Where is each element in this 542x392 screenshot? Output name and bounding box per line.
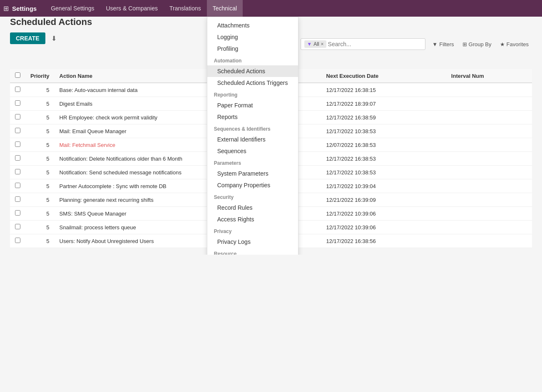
favorites-button[interactable]: ★ Favorites — [497, 40, 532, 49]
row-checkbox[interactable] — [15, 238, 20, 243]
cell-next-execution-date: 12/17/2022 10:39:06 — [321, 207, 446, 221]
column-interval-num[interactable]: Interval Num — [446, 69, 532, 83]
dropdown-item-privacy-logs[interactable]: Privacy Logs — [207, 236, 298, 248]
row-checkbox[interactable] — [15, 210, 20, 216]
favorites-icon: ★ — [500, 41, 505, 47]
filters-button[interactable]: ▼ Filters — [429, 40, 457, 49]
create-button[interactable]: CREATE — [10, 32, 45, 44]
group-by-button[interactable]: ⊞ Group By — [459, 40, 495, 49]
column-priority[interactable]: Priority — [25, 69, 55, 83]
dropdown-section-automation: Automation — [207, 55, 298, 65]
row-checkbox[interactable] — [15, 224, 20, 229]
cell-interval-num — [446, 97, 532, 111]
row-checkbox-cell — [10, 221, 25, 234]
dropdown-item-record-rules[interactable]: Record Rules — [207, 202, 298, 213]
dropdown-item-sequences[interactable]: Sequences — [207, 145, 298, 157]
dropdown-item-company-properties[interactable]: Company Properties — [207, 179, 298, 191]
cell-next-execution-date: 12/17/2022 10:38:53 — [321, 166, 446, 179]
select-all-header[interactable] — [10, 69, 25, 83]
select-all-checkbox[interactable] — [15, 72, 20, 78]
cell-interval-num — [446, 138, 532, 152]
cell-interval-num — [446, 179, 532, 193]
cell-interval-num — [446, 124, 532, 138]
cell-interval-num — [446, 193, 532, 207]
nav-general-settings[interactable]: General Settings — [45, 0, 100, 17]
cell-interval-num — [446, 152, 532, 166]
dropdown-section-sequences: Sequences & Identifiers — [207, 123, 298, 134]
filter-bar: ▼ All × ▼ Filters ⊞ Group By ★ Favorites — [301, 38, 532, 50]
row-checkbox-cell — [10, 234, 25, 248]
cell-next-execution-date: 12/21/2022 16:39:09 — [321, 193, 446, 207]
row-checkbox[interactable] — [15, 196, 20, 202]
cell-priority: 5 — [25, 179, 55, 193]
cell-interval-num — [446, 207, 532, 221]
column-next-execution-date[interactable]: Next Execution Date — [321, 69, 446, 83]
dropdown-item-profiling[interactable]: Profiling — [207, 43, 298, 55]
cell-interval-num — [446, 234, 532, 248]
search-area: ▼ All × — [301, 38, 425, 50]
filter-tag-icon: ▼ — [307, 41, 312, 47]
dropdown-item-reports[interactable]: Reports — [207, 111, 298, 123]
row-checkbox-cell — [10, 111, 25, 124]
cell-priority: 5 — [25, 83, 55, 97]
cell-priority: 5 — [25, 124, 55, 138]
dropdown-item-logging[interactable]: Logging — [207, 31, 298, 43]
cell-priority: 5 — [25, 111, 55, 124]
cell-priority: 5 — [25, 221, 55, 234]
dropdown-item-attachments[interactable]: Attachments — [207, 20, 298, 31]
row-checkbox[interactable] — [15, 141, 20, 147]
row-checkbox-cell — [10, 138, 25, 152]
search-tag-label: All — [313, 41, 319, 47]
row-checkbox-cell — [10, 166, 25, 179]
cell-next-execution-date: 12/17/2022 16:38:53 — [321, 152, 446, 166]
row-checkbox[interactable] — [15, 155, 20, 161]
cell-priority: 5 — [25, 166, 55, 179]
dropdown-section-security: Security — [207, 191, 298, 202]
dropdown-item-scheduled-actions-triggers[interactable]: Scheduled Actions Triggers — [207, 77, 298, 89]
cell-priority: 5 — [25, 193, 55, 207]
row-checkbox[interactable] — [15, 169, 20, 174]
dropdown-item-external-identifiers[interactable]: External Identifiers — [207, 134, 298, 145]
group-by-label: Group By — [469, 41, 492, 47]
remove-tag-button[interactable]: × — [321, 41, 324, 47]
nav-users-companies[interactable]: Users & Companies — [100, 0, 164, 17]
filters-icon: ▼ — [432, 41, 438, 47]
row-checkbox-cell — [10, 179, 25, 193]
cell-next-execution-date: 12/17/2022 10:39:04 — [321, 179, 446, 193]
cell-next-execution-date: 12/17/2022 10:38:53 — [321, 124, 446, 138]
row-checkbox[interactable] — [15, 100, 20, 106]
dropdown-section-resource: Resource — [207, 248, 298, 255]
row-checkbox[interactable] — [15, 183, 20, 188]
row-checkbox-cell — [10, 124, 25, 138]
download-button[interactable]: ⬇ — [49, 33, 59, 44]
cell-interval-num — [446, 83, 532, 97]
row-checkbox[interactable] — [15, 114, 20, 119]
group-by-icon: ⊞ — [462, 41, 467, 47]
filter-actions: ▼ Filters ⊞ Group By ★ Favorites — [429, 40, 532, 49]
cell-priority: 5 — [25, 152, 55, 166]
dropdown-item-system-parameters[interactable]: System Parameters — [207, 168, 298, 179]
dropdown-item-scheduled-actions[interactable]: Scheduled Actions — [207, 65, 298, 77]
dropdown-section-privacy: Privacy — [207, 225, 298, 236]
topbar: ⊞ Settings General Settings Users & Comp… — [0, 0, 542, 17]
row-checkbox[interactable] — [15, 128, 20, 133]
row-checkbox[interactable] — [15, 87, 20, 92]
nav-technical[interactable]: Technical Attachments Logging Profiling … — [207, 0, 243, 17]
cell-interval-num — [446, 111, 532, 124]
dropdown-item-paper-format[interactable]: Paper Format — [207, 99, 298, 111]
row-checkbox-cell — [10, 207, 25, 221]
cell-priority: 5 — [25, 97, 55, 111]
cell-next-execution-date: 12/17/2022 18:39:07 — [321, 97, 446, 111]
search-input[interactable] — [326, 40, 422, 48]
row-checkbox-cell — [10, 193, 25, 207]
dropdown-item-access-rights[interactable]: Access Rights — [207, 213, 298, 225]
cell-interval-num — [446, 221, 532, 234]
cell-next-execution-date: 12/17/2022 16:38:15 — [321, 83, 446, 97]
cell-next-execution-date: 12/17/2022 16:38:59 — [321, 111, 446, 124]
cell-priority: 5 — [25, 234, 55, 248]
cell-priority: 5 — [25, 138, 55, 152]
dropdown-section-reporting: Reporting — [207, 89, 298, 99]
favorites-label: Favorites — [507, 41, 529, 47]
nav-translations[interactable]: Translations — [164, 0, 207, 17]
technical-dropdown: Attachments Logging Profiling Automation… — [207, 17, 298, 255]
